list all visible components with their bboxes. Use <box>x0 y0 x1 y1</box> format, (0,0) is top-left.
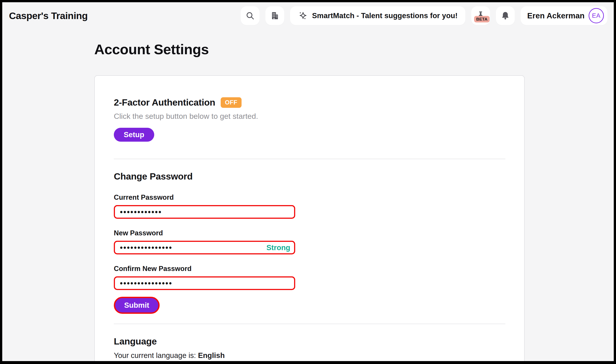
labs-button[interactable]: BETA <box>471 6 490 25</box>
avatar: EA <box>588 8 604 23</box>
company-button[interactable] <box>265 6 284 25</box>
app-window: Casper's Training <box>0 0 616 364</box>
password-strength-indicator: Strong <box>266 243 290 252</box>
language-title: Language <box>114 336 505 347</box>
two-factor-title: 2-Factor Authentication <box>114 97 215 108</box>
sparkles-icon <box>298 11 308 21</box>
building-icon <box>270 11 280 20</box>
new-password-field: Strong <box>114 241 295 254</box>
page-title: Account Settings <box>94 41 525 57</box>
change-password-section: Change Password Current Password New Pas… <box>114 171 505 314</box>
two-factor-description: Click the setup button below to get star… <box>114 112 505 121</box>
search-icon <box>245 11 255 20</box>
app-title: Casper's Training <box>9 10 88 21</box>
two-factor-section: 2-Factor Authentication OFF Click the se… <box>114 97 505 142</box>
language-section: Language Your current language is: Engli… <box>114 336 505 364</box>
two-factor-status-badge: OFF <box>221 97 242 108</box>
smartmatch-button[interactable]: SmartMatch - Talent suggestions for you! <box>290 6 465 25</box>
main-content: Account Settings 2-Factor Authentication… <box>94 41 525 364</box>
change-password-title: Change Password <box>114 171 505 182</box>
confirm-password-label: Confirm New Password <box>114 265 505 273</box>
top-bar: Casper's Training <box>2 2 614 25</box>
submit-button[interactable]: Submit <box>114 297 160 314</box>
user-name: Eren Ackerman <box>527 11 585 20</box>
notifications-button[interactable] <box>496 6 515 25</box>
setup-button[interactable]: Setup <box>114 128 154 142</box>
bell-icon <box>501 11 510 20</box>
current-password-label: Current Password <box>114 194 505 202</box>
section-divider <box>114 324 505 324</box>
settings-card: 2-Factor Authentication OFF Click the se… <box>94 75 525 364</box>
search-button[interactable] <box>241 6 260 25</box>
top-bar-actions: SmartMatch - Talent suggestions for you!… <box>241 6 607 25</box>
current-password-input[interactable] <box>114 205 295 219</box>
smartmatch-label: SmartMatch - Talent suggestions for you! <box>312 12 458 20</box>
confirm-password-input[interactable] <box>114 276 295 290</box>
current-language-value: English <box>198 351 225 360</box>
current-language-text: Your current language is: English <box>114 351 505 360</box>
new-password-label: New Password <box>114 229 505 237</box>
beta-badge: BETA <box>474 16 490 22</box>
user-menu-button[interactable]: Eren Ackerman EA <box>521 6 608 25</box>
section-divider <box>114 159 505 159</box>
